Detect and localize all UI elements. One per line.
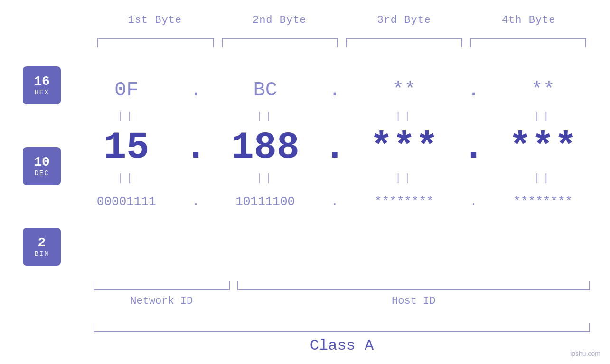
class-label: Class A <box>94 337 590 355</box>
network-id-label: Network ID <box>94 295 230 307</box>
base-bin-name: BIN <box>34 250 49 258</box>
base-dec-name: DEC <box>34 169 49 177</box>
base-hex-num: 16 <box>34 75 50 89</box>
bin-dot1: . <box>184 195 208 209</box>
eq1-b4: || <box>486 111 601 122</box>
class-area: Class A <box>94 323 590 355</box>
class-bracket <box>94 323 590 332</box>
dec-dot3: . <box>462 126 486 169</box>
watermark: ipshu.com <box>570 350 601 357</box>
byte1-header: 1st Byte <box>93 14 217 26</box>
bracket-network <box>94 281 230 290</box>
dec-dot2: . <box>323 126 347 169</box>
base-hex-name: HEX <box>34 89 49 96</box>
base-dec-label: 10 DEC <box>23 147 61 185</box>
byte4-header: 4th Byte <box>467 14 591 26</box>
hex-dot1: . <box>184 79 208 102</box>
base-bin-num: 2 <box>38 236 46 251</box>
top-brackets <box>94 38 590 47</box>
eq1-b2: || <box>208 111 323 122</box>
hex-byte4: ** <box>486 79 601 102</box>
eq2-b2: || <box>208 172 323 184</box>
base-bin-label: 2 BIN <box>23 228 61 266</box>
bracket-byte2 <box>222 38 338 47</box>
byte3-header: 3rd Byte <box>342 14 467 26</box>
bracket-gap <box>230 281 237 290</box>
hex-dot2: . <box>323 79 347 102</box>
hex-byte2: BC <box>208 79 323 102</box>
eq2-b1: || <box>69 172 184 184</box>
host-id-label: Host ID <box>237 295 591 307</box>
bin-byte3: ******** <box>347 195 462 209</box>
hex-byte1: 0F <box>69 79 184 102</box>
eq-row-2: || || || || <box>69 171 601 185</box>
byte-headers: 1st Byte 2nd Byte 3rd Byte 4th Byte <box>93 14 591 26</box>
hex-row: 0F . BC . ** . ** <box>69 71 601 109</box>
eq1-b1: || <box>69 111 184 122</box>
bin-byte2: 10111100 <box>208 195 323 209</box>
base-dec-num: 10 <box>34 155 50 170</box>
bin-row: 00001111 . 10111100 . ******** . *******… <box>69 185 601 218</box>
bracket-host <box>237 281 591 290</box>
dec-row: 15 . 188 . *** . *** <box>69 123 601 171</box>
eq1-b3: || <box>347 111 462 122</box>
dec-byte3: *** <box>347 126 462 169</box>
dec-byte2: 188 <box>208 126 323 169</box>
bottom-bracket-area: Network ID Host ID <box>94 281 590 307</box>
bottom-brackets <box>94 281 590 290</box>
rows-area: 0F . BC . ** . ** || || || || <box>69 52 601 218</box>
dec-byte4: *** <box>486 126 601 169</box>
bracket-byte1 <box>97 38 214 47</box>
eq-row-1: || || || || <box>69 109 601 123</box>
eq2-b4: || <box>486 172 601 184</box>
bin-byte1: 00001111 <box>69 195 184 209</box>
dec-dot1: . <box>184 126 208 169</box>
bottom-labels: Network ID Host ID <box>94 295 590 307</box>
bracket-byte3 <box>346 38 462 47</box>
bin-dot2: . <box>323 195 347 209</box>
main-container: 1st Byte 2nd Byte 3rd Byte 4th Byte 16 H… <box>0 0 610 364</box>
byte2-header: 2nd Byte <box>217 14 342 26</box>
base-hex-label: 16 HEX <box>23 66 61 104</box>
hex-dot3: . <box>462 79 486 102</box>
eq2-b3: || <box>347 172 462 184</box>
bracket-byte4 <box>470 38 587 47</box>
bin-dot3: . <box>462 195 486 209</box>
dec-byte1: 15 <box>69 126 184 169</box>
hex-byte3: ** <box>347 79 462 102</box>
base-labels: 16 HEX 10 DEC 2 BIN <box>23 66 61 266</box>
bin-byte4: ******** <box>486 195 601 209</box>
